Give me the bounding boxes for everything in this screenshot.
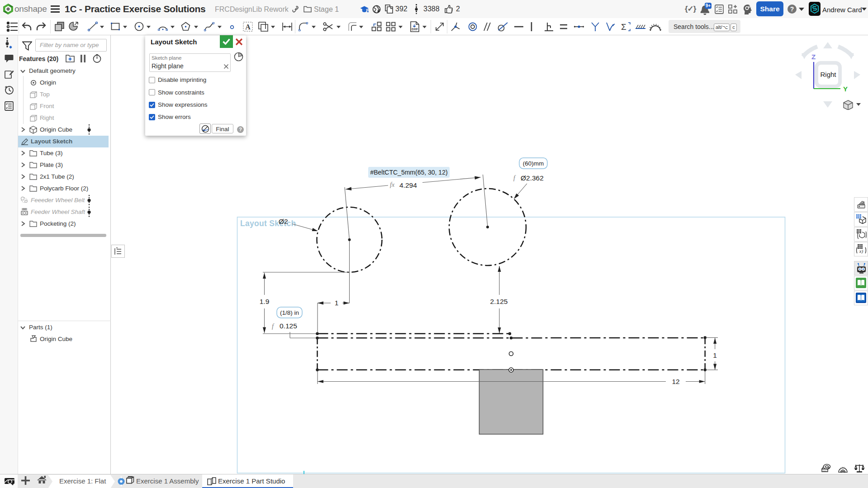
svg-text:Right: Right	[820, 71, 836, 78]
svg-text:Σ: Σ	[621, 22, 626, 32]
svg-text:?: ?	[790, 5, 794, 13]
svg-text:Exercise 1: Flat: Exercise 1: Flat	[59, 477, 106, 485]
svg-text:Y: Y	[843, 85, 848, 93]
svg-text:9+: 9+	[706, 3, 711, 8]
svg-text:Exercise 1 Assembly: Exercise 1 Assembly	[136, 477, 199, 485]
svg-text:010: 010	[23, 208, 26, 210]
svg-text:x): x)	[859, 248, 863, 254]
svg-text:Z: Z	[811, 53, 816, 61]
